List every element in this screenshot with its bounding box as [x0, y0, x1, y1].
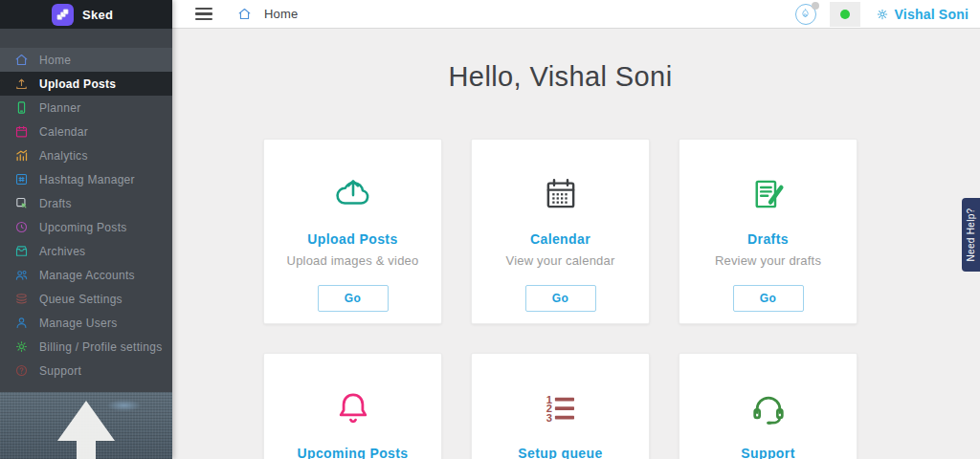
sidebar-item-home[interactable]: Home — [0, 48, 172, 72]
need-help-label: Need Help? — [966, 208, 976, 262]
card-upcoming-posts: Upcoming Posts See what will be — [263, 353, 442, 459]
breadcrumb: Home — [264, 7, 298, 21]
go-button-upload-posts[interactable]: Go — [318, 285, 389, 312]
sidebar-item-planner[interactable]: Planner — [0, 96, 172, 120]
main-content: Hello, Vishal Soni Upload Posts Upload i… — [172, 29, 980, 459]
headset-icon — [679, 386, 857, 430]
card-drafts: Drafts Review your drafts Go — [679, 139, 858, 324]
card-support: Support Ask for help — [679, 353, 858, 459]
card-title: Support — [679, 446, 857, 459]
gear-icon — [14, 339, 29, 354]
sidebar-item-label: Calendar — [39, 125, 88, 139]
sidebar-item-label: Planner — [39, 101, 80, 115]
sidebar-road-photo — [0, 392, 172, 459]
phone-icon — [14, 100, 29, 115]
card-title: Upload Posts — [264, 231, 441, 247]
sidebar-item-manage-users[interactable]: Manage Users — [0, 311, 172, 335]
sidebar-item-label: Queue Settings — [39, 293, 122, 306]
sidebar-item-drafts[interactable]: Drafts — [0, 191, 172, 215]
whats-new-flame-icon[interactable] — [795, 4, 816, 25]
stack-icon — [14, 292, 29, 306]
need-help-tab[interactable]: Need Help? — [962, 198, 980, 272]
home-icon — [14, 53, 29, 67]
calendar-icon — [14, 124, 29, 139]
card-title: Calendar — [472, 231, 649, 247]
account-status-box[interactable] — [830, 2, 860, 27]
sidebar-item-label: Analytics — [39, 149, 88, 163]
user-menu[interactable]: Vishal Soni — [876, 7, 969, 22]
upload-icon — [14, 76, 29, 91]
archive-box-icon — [14, 244, 29, 258]
sidebar-item-label: Upcoming Posts — [39, 221, 127, 234]
card-calendar: Calendar View your calendar Go — [471, 139, 650, 324]
notification-badge-dot — [812, 2, 819, 10]
person-icon — [14, 316, 29, 330]
sidebar-item-support[interactable]: Support — [0, 359, 172, 382]
dashboard-cards: Upload Posts Upload images & video Go — [263, 139, 858, 459]
sidebar-item-billing-profile-settings[interactable]: Billing / Profile settings — [0, 335, 172, 359]
people-icon — [14, 268, 29, 282]
go-button-drafts[interactable]: Go — [733, 285, 804, 312]
topbar: Home Vishal Soni — [172, 0, 980, 29]
card-subtitle: View your calendar — [489, 252, 633, 271]
settings-gear-icon — [876, 8, 889, 21]
sidebar-item-label: Billing / Profile settings — [39, 340, 163, 354]
road-arrow-graphic — [36, 399, 136, 459]
sidebar-item-archives[interactable]: Archives — [0, 239, 172, 263]
sidebar-item-manage-accounts[interactable]: Manage Accounts — [0, 263, 172, 287]
card-title: Setup queue — [472, 446, 649, 459]
go-button-calendar[interactable]: Go — [525, 285, 596, 312]
sidebar-item-analytics[interactable]: Analytics — [0, 143, 172, 167]
hamburger-menu-icon[interactable] — [195, 8, 212, 21]
sked-logo-icon — [52, 4, 74, 26]
card-upload-posts: Upload Posts Upload images & video Go — [263, 139, 442, 324]
cloud-upload-icon — [264, 172, 441, 216]
breadcrumb-home-icon[interactable] — [237, 7, 252, 21]
sidebar-item-hashtag-manager[interactable]: Hashtag Manager — [0, 167, 172, 191]
sidebar-item-calendar[interactable]: Calendar — [0, 120, 172, 143]
card-setup-queue: 1 2 3 Setup queue Setup your queue for — [471, 353, 650, 459]
numbered-list-icon: 1 2 3 — [472, 386, 649, 430]
hashtag-icon — [14, 172, 29, 186]
sidebar-menu: Home Upload Posts Planner Calendar Analy — [0, 48, 172, 382]
card-title: Upcoming Posts — [264, 446, 441, 459]
calendar-icon — [472, 172, 649, 216]
sidebar-item-label: Upload Posts — [39, 77, 116, 91]
sidebar-item-upload-posts[interactable]: Upload Posts — [0, 72, 172, 96]
sidebar-item-label: Manage Accounts — [39, 269, 135, 282]
sidebar-item-label: Support — [39, 364, 81, 378]
card-title: Drafts — [679, 231, 857, 247]
sidebar-item-upcoming-posts[interactable]: Upcoming Posts — [0, 215, 172, 239]
draft-cursor-icon — [14, 196, 29, 210]
topbar-right: Vishal Soni — [795, 2, 969, 27]
bell-icon — [264, 386, 441, 430]
sidebar-item-label: Drafts — [39, 197, 72, 210]
page-title: Hello, Vishal Soni — [263, 61, 858, 93]
sidebar-item-label: Archives — [39, 245, 85, 258]
card-subtitle: Review your drafts — [697, 252, 840, 271]
online-status-dot — [840, 10, 850, 19]
svg-text:3: 3 — [546, 412, 551, 424]
user-name: Vishal Soni — [895, 7, 969, 22]
logo[interactable]: Sked — [0, 0, 172, 29]
sidebar: Sked Home Upload Posts Planner Calenda — [0, 0, 172, 459]
doc-pencil-icon — [679, 172, 857, 216]
sidebar-item-label: Hashtag Manager — [39, 173, 135, 186]
chart-icon — [14, 148, 29, 163]
sidebar-item-label: Manage Users — [39, 317, 118, 330]
sidebar-item-label: Home — [39, 54, 71, 67]
card-subtitle: Upload images & video — [281, 252, 425, 271]
help-circle-icon — [14, 363, 29, 378]
logo-text: Sked — [82, 8, 113, 22]
sidebar-item-queue-settings[interactable]: Queue Settings — [0, 287, 172, 311]
clock-icon — [14, 220, 29, 234]
